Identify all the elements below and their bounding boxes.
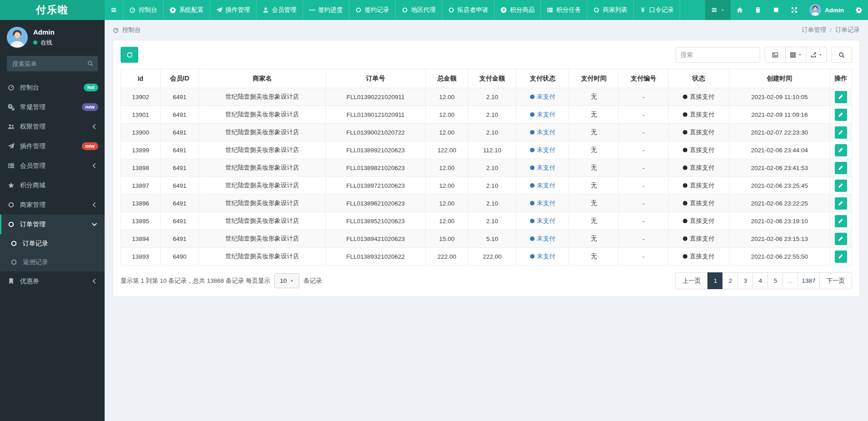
page-1[interactable]: 1 — [707, 272, 723, 289]
pay-status-link[interactable]: 未支付 — [537, 129, 555, 135]
user-menu[interactable]: Admin — [803, 0, 850, 20]
sidebar-item-plugin-manage[interactable]: 插件管理new — [0, 136, 105, 156]
status-dot — [683, 183, 687, 188]
sidebar-item-coupons[interactable]: 优惠券 — [0, 271, 105, 291]
col-status[interactable]: 状态 — [668, 69, 729, 88]
col-id[interactable]: Id — [121, 69, 161, 88]
nav-item-member-manage[interactable]: 会员管理 — [257, 0, 303, 20]
table-row: 139026491世纪陆壹捌美妆形象设计店FLL0139022102091112… — [121, 88, 852, 106]
edit-button[interactable] — [835, 251, 847, 263]
col-order-no[interactable]: 订单号 — [325, 69, 425, 88]
cell-paid: 2.10 — [468, 106, 516, 124]
nav-item-system-config[interactable]: 系统配置 — [164, 0, 210, 20]
table-search-input[interactable] — [676, 47, 760, 63]
pay-status-link[interactable]: 未支付 — [537, 235, 555, 242]
sidebar-item-order-records[interactable]: 订单记录 — [0, 234, 105, 253]
page-5[interactable]: 5 — [767, 272, 783, 289]
plane-icon — [216, 7, 222, 13]
col-member-id[interactable]: 会员ID — [160, 69, 199, 88]
nav-item-sign-progress[interactable]: 签约进度 — [303, 0, 349, 20]
sidebar-item-auth-manage[interactable]: 权限管理 — [0, 117, 105, 136]
sidebar-search-input[interactable] — [7, 56, 98, 71]
page-ellipsis: ... — [782, 272, 798, 289]
pay-status-link[interactable]: 未支付 — [537, 111, 555, 118]
nav-item-password-records[interactable]: 口令记录 — [634, 0, 680, 20]
search-icon[interactable] — [87, 60, 93, 66]
page-1387[interactable]: 1387 — [797, 272, 819, 289]
pay-status-link[interactable]: 未支付 — [537, 182, 555, 189]
page-2[interactable]: 2 — [722, 272, 738, 289]
docs-button[interactable] — [767, 0, 785, 20]
edit-button[interactable] — [835, 109, 847, 121]
col-pay-time[interactable]: 支付时间 — [569, 69, 619, 88]
sidebar-item-rebate-records[interactable]: 返佣记录 — [0, 253, 105, 271]
search-icon — [838, 52, 845, 58]
page-3[interactable]: 3 — [737, 272, 753, 289]
col-total[interactable]: 总金额 — [426, 69, 468, 88]
export-button[interactable] — [806, 47, 827, 63]
cell-pay-no: - — [619, 230, 668, 248]
cell-created: 2021-02-06 23:15:13 — [729, 230, 830, 248]
col-paid[interactable]: 支付金额 — [468, 69, 516, 88]
page-prev[interactable]: 上一页 — [675, 272, 708, 289]
nav-item-label: 签约进度 — [318, 6, 343, 14]
col-pay-no[interactable]: 支付编号 — [619, 69, 668, 88]
search-button[interactable] — [831, 47, 852, 63]
col-action[interactable]: 操作 — [830, 69, 852, 88]
table-row: 139006491世纪陆壹捌美妆形象设计店FLL0139002102072212… — [121, 124, 852, 141]
col-pay-status[interactable]: 支付状态 — [516, 69, 569, 88]
sidebar-item-points-mall[interactable]: 积分商城 — [0, 175, 105, 195]
cell-pay-status: 未支付 — [516, 106, 569, 124]
nav-item-points-tasks[interactable]: 积分任务 — [541, 0, 587, 20]
cell-id: 13902 — [121, 88, 161, 106]
nav-item-plugin-manage[interactable]: 插件管理 — [210, 0, 257, 20]
edit-button[interactable] — [835, 215, 847, 227]
col-merchant[interactable]: 商家名 — [199, 69, 325, 88]
edit-button[interactable] — [835, 162, 847, 174]
clear-cache-button[interactable] — [749, 0, 767, 20]
cell-id: 13895 — [121, 212, 161, 230]
page-size-select[interactable]: 10 — [274, 273, 299, 288]
pay-status-link[interactable]: 未支付 — [537, 200, 555, 206]
toggle-detail-view-button[interactable] — [765, 47, 786, 63]
edit-button[interactable] — [835, 180, 847, 192]
nav-item-points-goods[interactable]: 积分商品 — [495, 0, 541, 20]
pay-status-link[interactable]: 未支付 — [537, 146, 555, 153]
pay-status-link[interactable]: 未支付 — [537, 93, 555, 100]
sidebar-item-order-manage[interactable]: 订单管理 — [0, 215, 105, 234]
status-text: 直接支付 — [690, 253, 714, 260]
cell-total: 12.00 — [426, 106, 468, 124]
nav-item-merchant-list[interactable]: 商家列表 — [587, 0, 634, 20]
home-button[interactable] — [731, 0, 749, 20]
sidebar-item-merchant-manage[interactable]: 商家管理 — [0, 195, 105, 215]
nav-item-shop-applications[interactable]: 拓店者申请 — [442, 0, 495, 20]
col-created[interactable]: 创建时间 — [729, 69, 830, 88]
pay-status-link[interactable]: 未支付 — [537, 253, 555, 260]
edit-button[interactable] — [835, 144, 847, 156]
nav-item-area-agent[interactable]: 地区代理 — [396, 0, 442, 20]
sidebar-toggle[interactable] — [105, 0, 123, 20]
nav-item-sign-records[interactable]: 签约记录 — [349, 0, 396, 20]
edit-button[interactable] — [835, 233, 847, 245]
nav-item-dashboard[interactable]: 控制台 — [123, 0, 164, 20]
breadcrumb-parent[interactable]: 订单管理 — [802, 26, 826, 34]
fullscreen-button[interactable] — [785, 0, 803, 20]
pay-status-link[interactable]: 未支付 — [537, 164, 555, 171]
refresh-button[interactable] — [121, 47, 138, 63]
page-next[interactable]: 下一页 — [819, 272, 853, 289]
edit-button[interactable] — [835, 91, 847, 103]
cell-order-no: FLL01389721020623 — [325, 177, 425, 195]
page-4[interactable]: 4 — [752, 272, 768, 289]
status-dot — [683, 148, 687, 152]
settings-button[interactable] — [850, 0, 868, 20]
nav-menu-dropdown[interactable] — [705, 0, 731, 20]
edit-button[interactable] — [835, 126, 847, 139]
sidebar-item-general-manage[interactable]: 常规管理new — [0, 97, 105, 117]
brand-logo[interactable]: 付乐啦 — [0, 0, 105, 20]
columns-button[interactable] — [785, 47, 806, 63]
sidebar-item-member-manage[interactable]: 会员管理 — [0, 156, 105, 175]
pay-status-link[interactable]: 未支付 — [537, 217, 555, 224]
edit-button[interactable] — [835, 197, 847, 210]
sidebar-item-dashboard[interactable]: 控制台hot — [0, 78, 105, 97]
nav-item-label: 商家列表 — [603, 6, 627, 14]
